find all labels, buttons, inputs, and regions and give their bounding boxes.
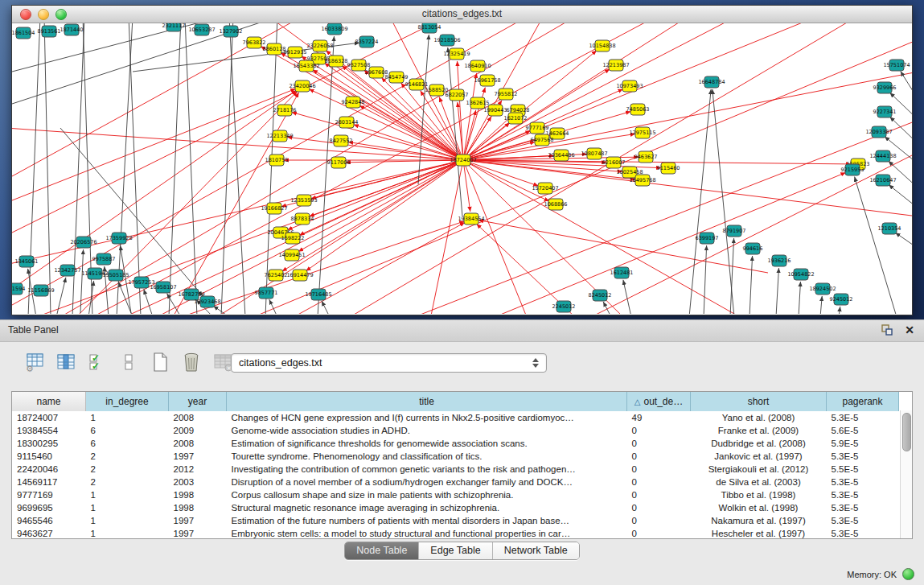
table-cell[interactable]: 19384554 <box>12 424 86 437</box>
memory-status[interactable]: Memory: OK <box>847 568 914 580</box>
graph-node[interactable]: 9329966 <box>873 82 897 93</box>
graph-node[interactable]: 10653287 <box>188 24 215 35</box>
table-cell[interactable]: 18724007 <box>12 411 86 424</box>
graph-edge[interactable] <box>901 72 912 100</box>
table-cell[interactable]: Dudbridge et al. (2008) <box>691 437 827 450</box>
graph-edge[interactable] <box>12 89 296 200</box>
network-window-titlebar[interactable]: citations_edges.txt <box>12 6 912 23</box>
table-cell[interactable]: Jankovic et al. (1997) <box>691 450 827 463</box>
graph-node[interactable]: 8245012 <box>589 290 612 301</box>
table-cell[interactable]: 2 <box>86 463 169 476</box>
graph-node[interactable]: 12342757 <box>54 265 80 276</box>
graph-edge[interactable] <box>889 185 912 208</box>
column-header-in_degree[interactable]: in_degree <box>86 392 169 411</box>
tab-network-table[interactable]: Network Table <box>492 542 579 559</box>
graph-node[interactable]: 20364486 <box>548 150 574 161</box>
table-cell[interactable]: 5.3E-5 <box>827 527 899 539</box>
graph-edge[interactable] <box>463 160 527 314</box>
table-cell[interactable]: 2 <box>86 476 169 488</box>
graph-edge[interactable] <box>855 177 897 314</box>
table-cell[interactable]: 2009 <box>169 424 227 437</box>
table-settings-button[interactable]: ⚙ <box>23 350 47 374</box>
graph-node[interactable]: 10954822 <box>787 269 814 280</box>
graph-node[interactable]: 9857771 <box>255 287 278 299</box>
graph-node[interactable]: 1612481 <box>610 267 634 278</box>
graph-node[interactable]: 12975115 <box>629 127 655 138</box>
table-cell[interactable]: 0 <box>627 424 691 437</box>
column-header-pagerank[interactable]: pagerank <box>827 392 899 411</box>
graph-node[interactable]: 16033809 <box>321 23 347 35</box>
table-cell[interactable]: Nakamura et al. (1997) <box>691 514 827 527</box>
table-cell[interactable]: Embryonic stem cells: a model to study s… <box>227 527 627 539</box>
table-cell[interactable]: 2 <box>86 450 169 463</box>
table-cell[interactable]: 1997 <box>169 527 227 539</box>
graph-edge[interactable] <box>229 23 245 314</box>
graph-edge[interactable] <box>477 224 575 314</box>
graph-node[interactable]: 7625402 <box>265 270 288 281</box>
table-cell[interactable]: Genome-wide association studies in ADHD. <box>227 424 627 437</box>
table-row[interactable]: 1456911722003Disruption of a novel membe… <box>12 476 899 488</box>
column-header-short[interactable]: short <box>691 392 827 411</box>
graph-node[interactable]: 7485063 <box>626 104 650 115</box>
graph-edge[interactable] <box>890 93 912 120</box>
graph-node[interactable]: 2803144 <box>335 117 359 128</box>
graph-node[interactable]: 15751074 <box>883 60 910 71</box>
table-cell[interactable]: 1 <box>86 527 169 539</box>
graph-node[interactable]: 2718176 <box>273 105 297 116</box>
float-panel-button[interactable] <box>881 323 893 336</box>
graph-node[interactable]: 6399197 <box>696 233 719 244</box>
graph-edge[interactable] <box>839 307 840 314</box>
table-cell[interactable]: 5.3E-5 <box>827 476 899 488</box>
table-cell[interactable]: 9465546 <box>12 514 86 527</box>
graph-edge[interactable] <box>129 23 141 314</box>
graph-node[interactable]: 19218506 <box>433 35 460 46</box>
graph-edge[interactable] <box>749 256 753 314</box>
graph-edge[interactable] <box>799 282 800 314</box>
table-cell[interactable]: 22420046 <box>12 463 86 476</box>
table-cell[interactable]: Tourette syndrome. Phenomenology and cla… <box>227 450 627 463</box>
table-cell[interactable]: Investigating the contribution of common… <box>227 463 627 476</box>
network-canvas[interactable]: 1872400779638228860128891293523226058932… <box>12 23 912 314</box>
graph-node[interactable]: 9245012 <box>830 294 853 305</box>
graph-node[interactable]: 8913561 <box>38 26 61 37</box>
delete-column-button[interactable] <box>179 350 203 374</box>
table-cell[interactable]: 6 <box>86 424 169 437</box>
table-cell[interactable]: Stergiakouli et al. (2012) <box>691 463 827 476</box>
table-cell[interactable]: 5.3E-5 <box>827 411 899 424</box>
table-cell[interactable]: 49 <box>627 411 691 424</box>
table-row[interactable]: 977716911998Corpus callosum shape and si… <box>12 488 899 501</box>
graph-edge[interactable] <box>776 268 778 314</box>
table-cell[interactable]: 0 <box>627 463 691 476</box>
graph-node[interactable]: 16914479 <box>286 270 313 281</box>
graph-node[interactable]: 16210647 <box>869 175 896 186</box>
close-panel-button[interactable]: ✕ <box>903 323 916 336</box>
graph-node[interactable]: 1871440 <box>60 24 84 35</box>
table-cell[interactable]: Disruption of a novel member of a sodium… <box>227 476 627 488</box>
graph-node[interactable]: 12325419 <box>443 48 470 60</box>
graph-node[interactable]: 8860128 <box>263 43 286 55</box>
graph-node[interactable]: 1345061 <box>15 256 39 267</box>
table-cell[interactable]: 0 <box>627 514 691 527</box>
table-cell[interactable]: 5.5E-5 <box>827 463 899 476</box>
graph-node[interactable]: 1936216 <box>768 255 791 266</box>
table-cell[interactable]: 1 <box>86 514 169 527</box>
graph-node[interactable]: 9975887 <box>92 253 116 265</box>
column-header-name[interactable]: name <box>12 392 86 411</box>
graph-edge[interactable] <box>820 296 822 314</box>
table-row[interactable]: 969969511998Structural magnetic resonanc… <box>12 501 899 514</box>
tab-node-table[interactable]: Node Table <box>345 542 418 559</box>
table-cell[interactable]: Hescheler et al. (1997) <box>691 527 827 539</box>
table-cell[interactable]: Structural magnetic resonance image aver… <box>227 501 627 514</box>
graph-node[interactable]: 12093387 <box>865 126 892 138</box>
graph-edge[interactable] <box>704 245 707 314</box>
data-table[interactable]: namein_degreeyeartitle△out_de…shortpager… <box>12 392 899 539</box>
table-cell[interactable]: de Silva et al. (2003) <box>691 476 827 488</box>
graph-edge[interactable] <box>895 233 912 249</box>
graph-edge[interactable] <box>463 72 912 160</box>
table-cell[interactable]: 5.6E-5 <box>827 424 899 437</box>
show-columns-button[interactable] <box>54 350 78 374</box>
graph-node[interactable]: 2321117 <box>162 23 186 31</box>
table-cell[interactable]: 1998 <box>169 501 227 514</box>
new-column-button[interactable] <box>148 350 172 374</box>
graph-node[interactable]: 391594 <box>12 283 25 295</box>
